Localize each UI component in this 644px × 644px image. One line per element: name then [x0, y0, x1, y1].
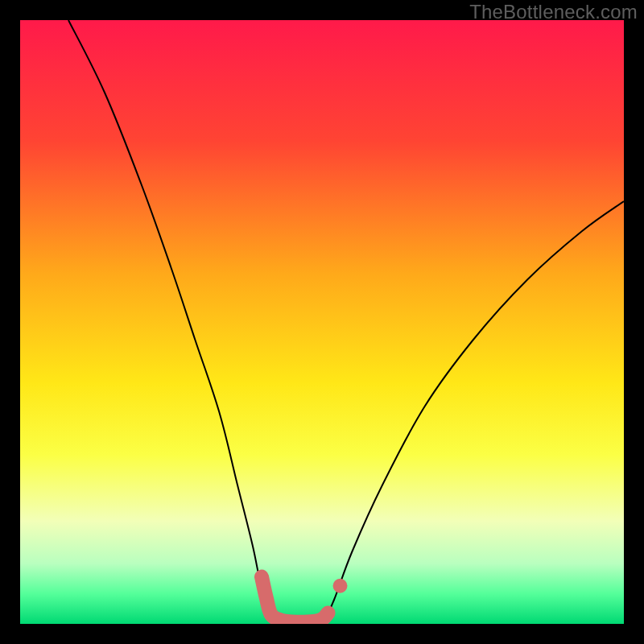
bottleneck-plot: [20, 20, 624, 624]
watermark-text: TheBottleneck.com: [469, 1, 638, 23]
gradient-background: [20, 20, 624, 624]
highlight-point: [333, 579, 348, 593]
